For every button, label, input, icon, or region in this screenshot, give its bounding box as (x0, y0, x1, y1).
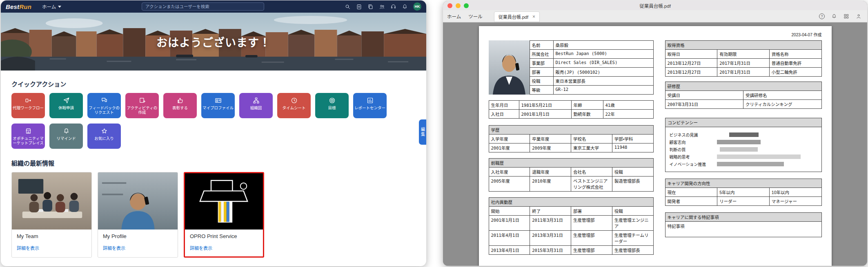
card-title: OPRO Print Service (190, 233, 258, 239)
tasks-icon[interactable] (356, 4, 362, 10)
card-my-profile[interactable]: My Profile 詳細を表示 (98, 172, 178, 258)
view-details-link[interactable]: 詳細を表示 (190, 246, 212, 251)
close-button[interactable] (447, 3, 452, 8)
home-menu[interactable]: ホーム (42, 3, 61, 10)
table-row: 取得資格 (665, 41, 821, 50)
tile-feedback-request[interactable]: フィードバックのリクエスト (87, 93, 121, 118)
chart-row: 判断の質 (670, 146, 817, 153)
tile-label: 目標 (327, 106, 337, 110)
section-title-education: 学歴 (489, 126, 653, 135)
created-date: 2023-04-07 作成 (489, 31, 822, 38)
cell: 役職 (530, 77, 553, 86)
cell: 入社年度 (489, 168, 530, 177)
tile-goals[interactable]: 目標 (315, 93, 349, 118)
people-icon[interactable] (379, 4, 385, 10)
logo-best-text: Best (6, 3, 19, 10)
cell: 生産管理部 (571, 246, 612, 255)
tile-create-activity[interactable]: アクティビティの作成 (125, 93, 159, 118)
report-icon (367, 97, 374, 104)
document-canvas[interactable]: 2023-04-07 作成 (443, 22, 867, 266)
cell: 会社名 (571, 168, 612, 177)
menu-home[interactable]: ホーム (447, 13, 461, 20)
section-title-training: 研修歴 (665, 82, 821, 91)
cell: 資格名称 (769, 50, 821, 59)
tile-report-center[interactable]: レポートセンター (353, 93, 387, 118)
view-details-link[interactable]: 詳細を表示 (17, 246, 39, 251)
career-direction-table: キャリア開発の方向性 現在 5年以内 10年以内 開発者 リーダー マネージャー (665, 179, 822, 206)
help-icon[interactable]: ? (819, 13, 825, 19)
tile-label: 代理ワークフロー (11, 106, 45, 110)
table-row: 役職東日本営業部長 (530, 77, 653, 86)
pdf-viewer-window: 従業員台帳.pdf ホーム ツール 従業員台帳.pdf × ? 2023-04-… (443, 1, 867, 266)
minimize-button[interactable] (456, 3, 461, 8)
cell: 小型二輪免許 (769, 68, 821, 77)
document-tab[interactable]: 従業員台帳.pdf × (494, 11, 540, 22)
tile-remind[interactable]: リマインド (49, 124, 83, 149)
tile-favorites[interactable]: お気に入り (87, 124, 121, 149)
tile-my-profile[interactable]: マイプロファイル (201, 93, 235, 118)
table-row: 等級GR-12 (530, 86, 653, 95)
tile-label: アクティビティの作成 (125, 106, 159, 115)
cell: 桑原毅 (553, 41, 653, 50)
table-row: 部署販売(JP) (5000102) (530, 68, 653, 77)
table-row: キャリアに関する特記事項 (665, 213, 821, 222)
notifications-bell-icon[interactable] (831, 13, 837, 19)
tile-label: 表彰する (171, 106, 189, 110)
section-title-career-direction: キャリア開発の方向性 (665, 179, 821, 188)
view-details-link[interactable]: 詳細を表示 (103, 246, 125, 251)
add-activity-icon (139, 97, 146, 104)
competency-label: ビジネスの見識 (670, 132, 713, 138)
home-edit-tab[interactable]: 編集 (419, 119, 426, 145)
cell: 開始 (489, 207, 530, 216)
target-icon (329, 97, 336, 104)
career-notes-table: キャリアに関する特記事項 特記事項 (665, 212, 822, 237)
card-my-team[interactable]: My Team 詳細を表示 (11, 172, 92, 258)
cell: 特記事項 (665, 222, 821, 237)
zoom-button[interactable] (464, 3, 469, 8)
user-avatar[interactable]: HK (413, 2, 421, 11)
tile-opportunity-marketplace[interactable]: オポチュニティマーケットプレイス (11, 124, 45, 149)
table-row: 2013年4月1日 2015年3月31日 生産管理部 生産管理部長 (489, 246, 653, 255)
table-row: 生年月日 1981年5月21日 年齢 41歳 (489, 101, 653, 110)
toolbar-right-icons: ? (819, 13, 861, 19)
table-row: 特記事項 (665, 222, 821, 237)
tile-proxy-workflow[interactable]: 代理ワークフロー (11, 93, 45, 118)
card-opro-print-service[interactable]: OPRO Print Service 詳細を表示 (184, 172, 264, 258)
tile-give-recognition[interactable]: 表彰する (163, 93, 197, 118)
cell: 1981年5月21日 (519, 101, 571, 110)
thumbs-up-icon (177, 97, 184, 104)
tile-timesheet[interactable]: タイムシート (277, 93, 311, 118)
cell: 2017年1月31日 (717, 59, 770, 68)
cell: 学校名 (571, 135, 612, 143)
tile-label: フィードバックのリクエスト (87, 106, 121, 115)
search-icon[interactable] (345, 4, 351, 10)
cell: Direct Sales (DIR_SALES) (553, 59, 653, 68)
tile-label: リマインド (55, 136, 77, 141)
menu-tools[interactable]: ツール (468, 13, 483, 20)
support-headset-icon[interactable] (390, 4, 396, 10)
cell: 学部・学科 (612, 135, 653, 143)
cell: 等級 (530, 86, 553, 95)
star-icon (101, 127, 108, 135)
cell: 41歳 (603, 101, 653, 110)
cell: 生年月日 (489, 101, 519, 110)
profile-photo (98, 172, 178, 229)
cell: 部署 (530, 68, 553, 77)
table-row: 開始 終了 部署 役職 (489, 207, 653, 216)
tile-org-chart[interactable]: 組織図 (239, 93, 273, 118)
notifications-bell-icon[interactable] (402, 4, 408, 10)
org-news-title: 組織の最新情報 (11, 159, 416, 167)
search-input[interactable] (145, 4, 260, 9)
apps-grid-icon[interactable] (844, 13, 849, 19)
copy-icon[interactable] (367, 4, 374, 10)
quick-actions-row-2: オポチュニティマーケットプレイス リマインド お気に入り (11, 124, 416, 149)
competency-bar (717, 162, 784, 166)
tab-close-icon[interactable]: × (532, 14, 535, 20)
cell: 5年以内 (717, 188, 770, 197)
tile-leave-request[interactable]: 休暇申請 (49, 93, 83, 118)
internal-history-table: 社内異動歴 開始 終了 部署 役職 2001年1月1日 2011年3月31日 生… (489, 197, 654, 255)
card-body: OPRO Print Service 詳細を表示 (185, 229, 263, 256)
account-icon[interactable] (856, 13, 861, 19)
table-row: 取得日 有効期限 資格名称 (665, 50, 821, 59)
cell: 生産管理部長 (612, 246, 653, 255)
